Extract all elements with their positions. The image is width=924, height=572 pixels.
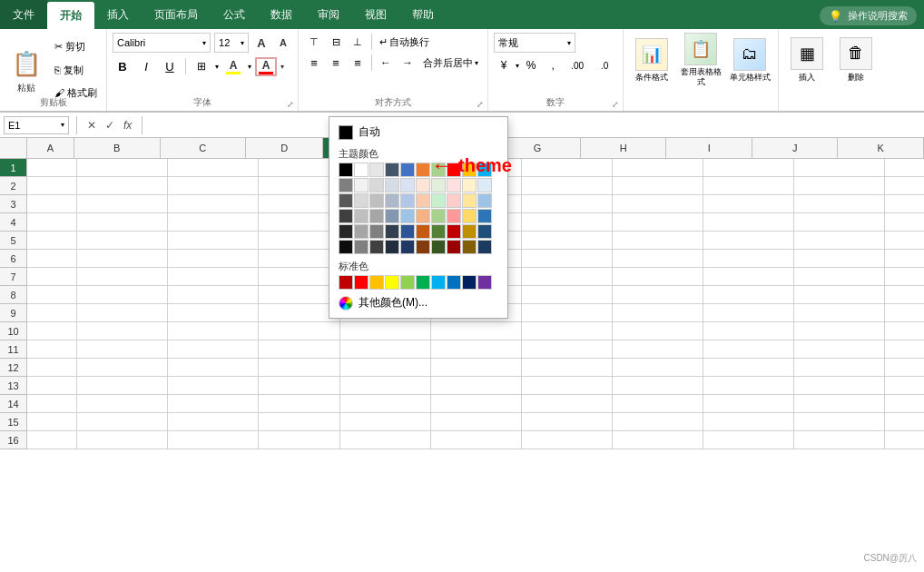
tab-formula[interactable]: 公式 — [211, 0, 258, 29]
grid-cell[interactable] — [259, 322, 340, 340]
tab-file[interactable]: 文件 — [0, 0, 47, 29]
merge-center-button[interactable]: 合并后居中 ▾ — [419, 54, 482, 72]
grid-cell[interactable] — [703, 250, 794, 268]
formula-input[interactable] — [150, 120, 920, 131]
theme-color-swatch[interactable] — [431, 193, 446, 208]
theme-color-swatch[interactable] — [385, 240, 399, 254]
theme-color-swatch[interactable] — [447, 209, 461, 223]
formula-cancel-button[interactable]: ✕ — [84, 119, 99, 132]
grid-cell[interactable] — [794, 377, 885, 395]
grid-cell[interactable] — [27, 213, 77, 232]
grid-cell[interactable] — [431, 340, 522, 359]
row-header-8[interactable]: 8 — [0, 286, 27, 304]
grid-cell[interactable] — [885, 377, 924, 395]
theme-color-swatch[interactable] — [369, 209, 384, 223]
right-align-button[interactable]: ≡ — [348, 54, 368, 72]
increase-font-button[interactable]: A — [252, 34, 270, 52]
grid-cell[interactable] — [431, 322, 522, 340]
theme-color-swatch[interactable] — [385, 209, 399, 223]
grid-cell[interactable] — [794, 213, 885, 232]
grid-cell[interactable] — [613, 250, 703, 268]
grid-cell[interactable] — [27, 232, 77, 250]
grid-cell[interactable] — [522, 340, 613, 359]
decrease-font-button[interactable]: A — [274, 34, 292, 52]
grid-cell[interactable] — [77, 322, 168, 340]
grid-cell[interactable] — [794, 268, 885, 286]
row-header-16[interactable]: 16 — [0, 431, 27, 449]
row-header-9[interactable]: 9 — [0, 304, 27, 322]
grid-cell[interactable] — [885, 413, 924, 431]
increase-indent-button[interactable]: → — [398, 54, 418, 72]
theme-color-swatch[interactable] — [477, 224, 492, 239]
grid-cell[interactable] — [168, 213, 259, 232]
grid-cell[interactable] — [885, 395, 924, 413]
grid-cell[interactable] — [259, 413, 340, 431]
grid-cell[interactable] — [703, 340, 794, 359]
grid-cell[interactable] — [77, 413, 168, 431]
grid-cell[interactable] — [613, 159, 703, 177]
theme-color-swatch[interactable] — [339, 224, 353, 239]
tab-data[interactable]: 数据 — [258, 0, 305, 29]
grid-cell[interactable] — [27, 286, 77, 304]
grid-cell[interactable] — [168, 286, 259, 304]
grid-cell[interactable] — [168, 322, 259, 340]
theme-color-swatch[interactable] — [431, 209, 446, 223]
cut-button[interactable]: ✂ 剪切 — [51, 37, 101, 56]
grid-cell[interactable] — [794, 304, 885, 322]
row-header-10[interactable]: 10 — [0, 322, 27, 340]
theme-color-swatch[interactable] — [385, 178, 399, 192]
grid-cell[interactable] — [885, 268, 924, 286]
grid-cell[interactable] — [259, 431, 340, 449]
theme-color-swatch[interactable] — [354, 224, 369, 239]
grid-cell[interactable] — [794, 232, 885, 250]
grid-cell[interactable] — [27, 177, 77, 195]
copy-button[interactable]: ⎘ 复制 — [51, 61, 101, 80]
font-size-select[interactable]: 12 ▾ — [214, 33, 249, 53]
grid-cell[interactable] — [340, 413, 431, 431]
grid-cell[interactable] — [27, 195, 77, 213]
col-header-b[interactable]: B — [74, 138, 161, 158]
grid-cell[interactable] — [27, 340, 77, 359]
grid-cell[interactable] — [27, 431, 77, 449]
grid-cell[interactable] — [27, 159, 77, 177]
auto-color-option[interactable]: 自动 — [333, 121, 504, 143]
center-align-button[interactable]: ≡ — [326, 54, 346, 72]
more-colors-option[interactable]: 其他颜色(M)... — [333, 290, 504, 314]
row-header-13[interactable]: 13 — [0, 377, 27, 395]
grid-cell[interactable] — [340, 395, 431, 413]
theme-color-swatch[interactable] — [400, 193, 415, 208]
grid-cell[interactable] — [431, 377, 522, 395]
grid-cell[interactable] — [522, 413, 613, 431]
col-header-c[interactable]: C — [161, 138, 247, 158]
row-header-15[interactable]: 15 — [0, 413, 27, 431]
theme-color-swatch[interactable] — [369, 163, 384, 177]
theme-color-swatch[interactable] — [416, 163, 430, 177]
grid-cell[interactable] — [703, 286, 794, 304]
grid-cell[interactable] — [613, 413, 703, 431]
grid-cell[interactable] — [27, 377, 77, 395]
grid-cell[interactable] — [703, 377, 794, 395]
grid-cell[interactable] — [340, 359, 431, 377]
col-header-a[interactable]: A — [27, 138, 74, 158]
grid-cell[interactable] — [613, 213, 703, 232]
decrease-decimal-button[interactable]: .0 — [592, 56, 617, 74]
theme-color-swatch[interactable] — [447, 193, 461, 208]
grid-cell[interactable] — [340, 377, 431, 395]
grid-cell[interactable] — [613, 232, 703, 250]
grid-cell[interactable] — [613, 286, 703, 304]
grid-cell[interactable] — [77, 195, 168, 213]
accounting-button[interactable]: ¥ — [494, 56, 514, 74]
grid-cell[interactable] — [613, 431, 703, 449]
tab-review[interactable]: 审阅 — [305, 0, 352, 29]
grid-cell[interactable] — [168, 177, 259, 195]
grid-cell[interactable] — [340, 340, 431, 359]
theme-color-swatch[interactable] — [354, 240, 369, 254]
theme-color-swatch[interactable] — [431, 224, 446, 239]
row-header-1[interactable]: 1 — [0, 159, 27, 177]
theme-color-swatch[interactable] — [416, 240, 430, 254]
grid-cell[interactable] — [703, 268, 794, 286]
grid-cell[interactable] — [522, 286, 613, 304]
theme-color-swatch[interactable] — [400, 209, 415, 223]
row-header-6[interactable]: 6 — [0, 250, 27, 268]
grid-cell[interactable] — [168, 250, 259, 268]
